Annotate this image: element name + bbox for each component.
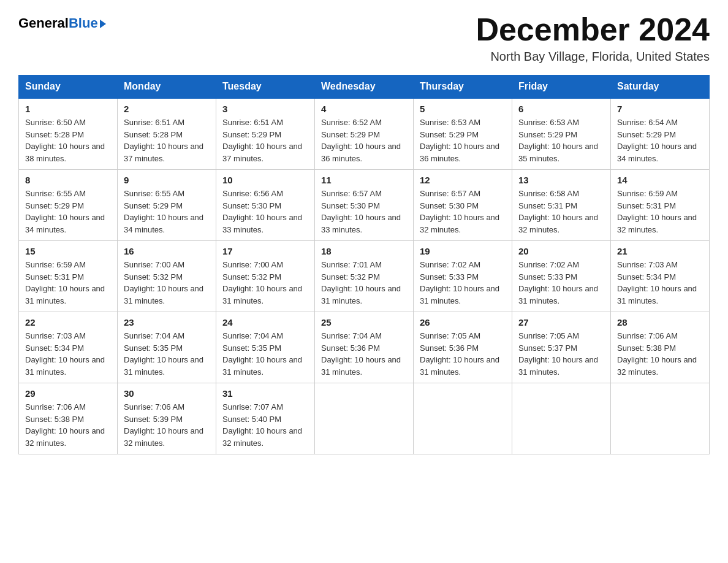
day-info: Sunrise: 7:07 AMSunset: 5:40 PMDaylight:… xyxy=(222,401,308,449)
day-info: Sunrise: 6:55 AMSunset: 5:29 PMDaylight:… xyxy=(25,188,111,236)
logo: General Blue xyxy=(18,12,106,31)
calendar-cell: 28Sunrise: 7:06 AMSunset: 5:38 PMDayligh… xyxy=(611,312,710,383)
day-number: 9 xyxy=(124,175,210,185)
day-number: 6 xyxy=(518,104,604,114)
weekday-header-sunday: Sunday xyxy=(19,75,118,99)
day-number: 23 xyxy=(124,317,210,327)
calendar-week-row: 15Sunrise: 6:59 AMSunset: 5:31 PMDayligh… xyxy=(19,241,710,312)
day-info: Sunrise: 6:52 AMSunset: 5:29 PMDaylight:… xyxy=(321,117,407,164)
day-info: Sunrise: 7:03 AMSunset: 5:34 PMDaylight:… xyxy=(617,259,703,307)
day-info: Sunrise: 6:58 AMSunset: 5:31 PMDaylight:… xyxy=(518,188,604,236)
day-number: 28 xyxy=(617,317,703,327)
calendar-week-row: 29Sunrise: 7:06 AMSunset: 5:38 PMDayligh… xyxy=(19,383,710,454)
weekday-header-wednesday: Wednesday xyxy=(315,75,414,99)
calendar-cell: 30Sunrise: 7:06 AMSunset: 5:39 PMDayligh… xyxy=(118,383,216,454)
calendar-cell: 1Sunrise: 6:50 AMSunset: 5:28 PMDaylight… xyxy=(19,98,118,170)
day-info: Sunrise: 6:59 AMSunset: 5:31 PMDaylight:… xyxy=(617,188,703,236)
day-number: 4 xyxy=(321,104,407,114)
logo-blue-text: Blue xyxy=(69,15,98,31)
day-number: 16 xyxy=(124,246,210,256)
calendar-cell: 25Sunrise: 7:04 AMSunset: 5:36 PMDayligh… xyxy=(315,312,414,383)
weekday-header-friday: Friday xyxy=(512,75,611,99)
day-info: Sunrise: 7:00 AMSunset: 5:32 PMDaylight:… xyxy=(222,259,308,307)
day-info: Sunrise: 7:03 AMSunset: 5:34 PMDaylight:… xyxy=(25,330,111,378)
day-info: Sunrise: 7:04 AMSunset: 5:35 PMDaylight:… xyxy=(222,330,308,378)
month-title: December 2024 xyxy=(476,12,710,47)
calendar-cell: 22Sunrise: 7:03 AMSunset: 5:34 PMDayligh… xyxy=(19,312,118,383)
day-info: Sunrise: 7:06 AMSunset: 5:39 PMDaylight:… xyxy=(124,401,210,449)
calendar-cell: 16Sunrise: 7:00 AMSunset: 5:32 PMDayligh… xyxy=(118,241,216,312)
day-number: 2 xyxy=(124,104,210,114)
calendar-cell: 11Sunrise: 6:57 AMSunset: 5:30 PMDayligh… xyxy=(315,170,414,241)
calendar-cell: 18Sunrise: 7:01 AMSunset: 5:32 PMDayligh… xyxy=(315,241,414,312)
day-number: 12 xyxy=(420,175,506,185)
header: General Blue December 2024 North Bay Vil… xyxy=(18,12,710,64)
day-number: 24 xyxy=(222,317,308,327)
calendar-cell: 19Sunrise: 7:02 AMSunset: 5:33 PMDayligh… xyxy=(414,241,512,312)
day-info: Sunrise: 6:54 AMSunset: 5:29 PMDaylight:… xyxy=(617,117,703,164)
day-number: 5 xyxy=(420,104,506,114)
title-area: December 2024 North Bay Village, Florida… xyxy=(476,12,710,64)
day-info: Sunrise: 6:53 AMSunset: 5:29 PMDaylight:… xyxy=(518,117,604,164)
calendar-cell: 27Sunrise: 7:05 AMSunset: 5:37 PMDayligh… xyxy=(512,312,611,383)
day-info: Sunrise: 7:00 AMSunset: 5:32 PMDaylight:… xyxy=(124,259,210,307)
day-number: 18 xyxy=(321,246,407,256)
calendar-cell xyxy=(512,383,611,454)
day-number: 3 xyxy=(222,104,308,114)
day-info: Sunrise: 7:01 AMSunset: 5:32 PMDaylight:… xyxy=(321,259,407,307)
day-number: 19 xyxy=(420,246,506,256)
day-number: 7 xyxy=(617,104,703,114)
day-info: Sunrise: 6:57 AMSunset: 5:30 PMDaylight:… xyxy=(321,188,407,236)
day-info: Sunrise: 7:04 AMSunset: 5:35 PMDaylight:… xyxy=(124,330,210,378)
calendar-cell: 20Sunrise: 7:02 AMSunset: 5:33 PMDayligh… xyxy=(512,241,611,312)
calendar-cell: 12Sunrise: 6:57 AMSunset: 5:30 PMDayligh… xyxy=(414,170,512,241)
day-number: 10 xyxy=(222,175,308,185)
calendar-cell: 14Sunrise: 6:59 AMSunset: 5:31 PMDayligh… xyxy=(611,170,710,241)
calendar-cell: 15Sunrise: 6:59 AMSunset: 5:31 PMDayligh… xyxy=(19,241,118,312)
day-number: 22 xyxy=(25,317,111,327)
weekday-header-thursday: Thursday xyxy=(414,75,512,99)
day-number: 17 xyxy=(222,246,308,256)
day-info: Sunrise: 6:59 AMSunset: 5:31 PMDaylight:… xyxy=(25,259,111,307)
day-number: 20 xyxy=(518,246,604,256)
day-info: Sunrise: 7:05 AMSunset: 5:36 PMDaylight:… xyxy=(420,330,506,378)
calendar-cell: 24Sunrise: 7:04 AMSunset: 5:35 PMDayligh… xyxy=(216,312,315,383)
day-info: Sunrise: 7:06 AMSunset: 5:38 PMDaylight:… xyxy=(617,330,703,378)
calendar-cell: 7Sunrise: 6:54 AMSunset: 5:29 PMDaylight… xyxy=(611,98,710,170)
day-number: 8 xyxy=(25,175,111,185)
calendar-cell: 6Sunrise: 6:53 AMSunset: 5:29 PMDaylight… xyxy=(512,98,611,170)
day-number: 31 xyxy=(222,388,308,399)
day-info: Sunrise: 6:51 AMSunset: 5:28 PMDaylight:… xyxy=(124,117,210,164)
weekday-header-row: SundayMondayTuesdayWednesdayThursdayFrid… xyxy=(19,75,710,99)
calendar-cell: 9Sunrise: 6:55 AMSunset: 5:29 PMDaylight… xyxy=(118,170,216,241)
logo-general-text: General xyxy=(18,15,69,31)
day-number: 15 xyxy=(25,246,111,256)
day-info: Sunrise: 7:06 AMSunset: 5:38 PMDaylight:… xyxy=(25,401,111,449)
calendar-cell: 13Sunrise: 6:58 AMSunset: 5:31 PMDayligh… xyxy=(512,170,611,241)
calendar-cell: 17Sunrise: 7:00 AMSunset: 5:32 PMDayligh… xyxy=(216,241,315,312)
day-info: Sunrise: 6:56 AMSunset: 5:30 PMDaylight:… xyxy=(222,188,308,236)
calendar-cell xyxy=(611,383,710,454)
weekday-header-tuesday: Tuesday xyxy=(216,75,315,99)
location-title: North Bay Village, Florida, United State… xyxy=(476,50,710,64)
day-number: 27 xyxy=(518,317,604,327)
calendar-cell xyxy=(315,383,414,454)
day-info: Sunrise: 7:02 AMSunset: 5:33 PMDaylight:… xyxy=(420,259,506,307)
day-number: 11 xyxy=(321,175,407,185)
calendar-cell: 26Sunrise: 7:05 AMSunset: 5:36 PMDayligh… xyxy=(414,312,512,383)
calendar-cell: 5Sunrise: 6:53 AMSunset: 5:29 PMDaylight… xyxy=(414,98,512,170)
day-info: Sunrise: 6:51 AMSunset: 5:29 PMDaylight:… xyxy=(222,117,308,164)
logo-arrow-icon xyxy=(100,20,106,28)
day-info: Sunrise: 7:02 AMSunset: 5:33 PMDaylight:… xyxy=(518,259,604,307)
day-info: Sunrise: 6:57 AMSunset: 5:30 PMDaylight:… xyxy=(420,188,506,236)
calendar-week-row: 8Sunrise: 6:55 AMSunset: 5:29 PMDaylight… xyxy=(19,170,710,241)
calendar-table: SundayMondayTuesdayWednesdayThursdayFrid… xyxy=(18,75,710,454)
day-number: 13 xyxy=(518,175,604,185)
day-info: Sunrise: 7:05 AMSunset: 5:37 PMDaylight:… xyxy=(518,330,604,378)
day-number: 14 xyxy=(617,175,703,185)
day-number: 30 xyxy=(124,388,210,399)
day-info: Sunrise: 6:55 AMSunset: 5:29 PMDaylight:… xyxy=(124,188,210,236)
calendar-cell: 23Sunrise: 7:04 AMSunset: 5:35 PMDayligh… xyxy=(118,312,216,383)
calendar-cell: 2Sunrise: 6:51 AMSunset: 5:28 PMDaylight… xyxy=(118,98,216,170)
calendar-cell: 31Sunrise: 7:07 AMSunset: 5:40 PMDayligh… xyxy=(216,383,315,454)
